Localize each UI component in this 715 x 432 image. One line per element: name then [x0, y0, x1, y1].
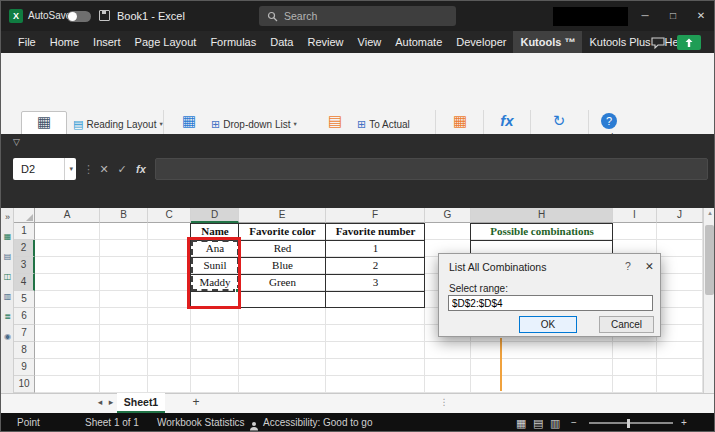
workbook-pane-icon[interactable]: ▦: [1, 232, 14, 242]
row-header-7[interactable]: 7: [14, 325, 35, 342]
tab-kutools-plus[interactable]: Kutools Plus: [582, 31, 657, 53]
column-header-F[interactable]: F: [326, 208, 425, 223]
row-header-10[interactable]: 10: [14, 376, 35, 393]
sheet-prev-icon[interactable]: ◂: [95, 393, 105, 413]
workbook-statistics-button[interactable]: Workbook Statistics: [157, 413, 245, 432]
cell-E4[interactable]: Green: [239, 274, 326, 291]
minimize-button[interactable]: ─: [631, 1, 659, 31]
page-break-view-icon[interactable]: ▥: [550, 413, 560, 432]
annotation-red-box: [187, 237, 241, 309]
excel-app-icon[interactable]: X: [9, 9, 23, 23]
dialog-close-icon[interactable]: ✕: [645, 260, 654, 272]
name-box[interactable]: D2 ▾: [13, 158, 76, 180]
cell-F4[interactable]: 3: [326, 274, 425, 291]
sheet-tab-sheet1[interactable]: Sheet1: [117, 393, 165, 413]
save-icon[interactable]: [99, 10, 110, 21]
tab-data[interactable]: Data: [263, 31, 300, 53]
cell-F2[interactable]: 1: [326, 240, 425, 257]
table-border: [325, 223, 326, 308]
dropdown-list-button[interactable]: ⊞ Drop-down List ▾: [211, 115, 297, 133]
accessibility-status[interactable]: Accessibility: Good to go: [263, 413, 373, 432]
help-icon: ?: [601, 113, 617, 129]
cancel-button[interactable]: Cancel: [599, 316, 654, 333]
tab-insert[interactable]: Insert: [86, 31, 128, 53]
tab-file[interactable]: File: [11, 31, 43, 53]
normal-view-icon[interactable]: ▦: [516, 413, 526, 432]
cell-E2[interactable]: Red: [239, 240, 326, 257]
gridline: [99, 223, 100, 393]
worksheet-pane-icon[interactable]: ▤: [1, 252, 14, 262]
ribbon-tab-row: File Home Insert Page Layout Formulas Da…: [1, 31, 715, 53]
cell-H1[interactable]: Possible combinations: [471, 223, 613, 240]
maximize-button[interactable]: □: [659, 1, 687, 31]
comments-icon[interactable]: [651, 36, 665, 54]
tab-page-layout[interactable]: Page Layout: [128, 31, 204, 53]
cell-E3[interactable]: Blue: [239, 257, 326, 274]
column-header-E[interactable]: E: [239, 208, 326, 223]
formula-input[interactable]: [155, 158, 708, 180]
tab-view[interactable]: View: [351, 31, 389, 53]
tab-formulas[interactable]: Formulas: [203, 31, 263, 53]
tab-review[interactable]: Review: [300, 31, 350, 53]
cancel-entry-icon[interactable]: ✕: [96, 158, 112, 180]
zoom-in-button[interactable]: +: [681, 413, 687, 432]
zoom-slider-thumb[interactable]: [627, 419, 630, 428]
page-layout-view-icon[interactable]: ▤: [533, 413, 543, 432]
column-header-G[interactable]: G: [425, 208, 471, 223]
row-header-5[interactable]: 5: [14, 291, 35, 308]
column-header-J[interactable]: J: [657, 208, 703, 223]
row-header-3[interactable]: 3: [14, 257, 35, 274]
orange-guide-line: [500, 338, 502, 391]
name-box-arrow-icon[interactable]: ▾: [64, 158, 73, 180]
row-header-2[interactable]: 2: [14, 240, 35, 257]
settings-pane-icon[interactable]: ◉: [1, 332, 14, 342]
cell-F1[interactable]: Favorite number: [326, 223, 425, 240]
cell-E1[interactable]: Favorite color: [239, 223, 326, 240]
search-box[interactable]: Search: [259, 6, 456, 26]
sheet-next-icon[interactable]: ▸: [106, 393, 116, 413]
dropdown-list-icon: ⊞: [211, 118, 220, 131]
ok-button[interactable]: OK: [519, 316, 577, 333]
redacted-account-name: [553, 7, 628, 26]
select-range-input[interactable]: [448, 295, 653, 311]
add-sheet-button[interactable]: +: [189, 393, 203, 413]
row-header-9[interactable]: 9: [14, 359, 35, 376]
column-header-C[interactable]: C: [148, 208, 191, 223]
column-header-B[interactable]: B: [100, 208, 148, 223]
column-header-I[interactable]: I: [613, 208, 657, 223]
list-all-combinations-dialog: List All Combinations ? ✕ Select range: …: [438, 253, 661, 337]
list-pane-icon[interactable]: ≣: [1, 312, 14, 322]
insert-function-icon[interactable]: fx: [132, 158, 150, 180]
quick-access-chevron-icon[interactable]: ▽: [13, 137, 20, 147]
columns-pane-icon[interactable]: ◫: [1, 272, 14, 282]
row-header-6[interactable]: 6: [14, 308, 35, 325]
names-pane-icon[interactable]: ▥: [1, 292, 14, 302]
tab-home[interactable]: Home: [43, 31, 86, 53]
autosave-toggle[interactable]: [67, 11, 91, 22]
row-header-4[interactable]: 4: [14, 274, 35, 291]
table-border: [470, 240, 613, 241]
cell-F3[interactable]: 2: [326, 257, 425, 274]
pane-expand-icon[interactable]: »: [1, 212, 14, 222]
dialog-help-icon[interactable]: ?: [625, 260, 631, 272]
to-actual-button[interactable]: ⊞ To Actual: [357, 115, 410, 133]
navigation-icon: ▦: [37, 112, 51, 134]
zoom-out-button[interactable]: −: [571, 413, 577, 432]
close-button[interactable]: ✕: [687, 1, 715, 31]
share-button[interactable]: [677, 35, 701, 50]
zoom-slider[interactable]: [589, 422, 673, 424]
column-header-D[interactable]: D: [191, 208, 239, 223]
column-header-A[interactable]: A: [35, 208, 100, 223]
tab-kutools[interactable]: Kutools ™: [513, 31, 582, 53]
reading-layout-button[interactable]: ▤ Reading Layout ▾: [73, 115, 163, 133]
row-header-1[interactable]: 1: [14, 223, 35, 240]
scroll-up-icon[interactable]: ▴: [704, 209, 715, 217]
column-header-H[interactable]: H: [471, 208, 613, 223]
tab-automate[interactable]: Automate: [388, 31, 449, 53]
enter-entry-icon[interactable]: ✓: [114, 158, 130, 180]
tab-developer[interactable]: Developer: [449, 31, 513, 53]
row-header-8[interactable]: 8: [14, 342, 35, 359]
tab-scrollbar-splitter[interactable]: ⋮: [439, 393, 449, 413]
vertical-scrollbar-thumb[interactable]: [705, 225, 714, 295]
select-all-corner[interactable]: [14, 208, 35, 223]
